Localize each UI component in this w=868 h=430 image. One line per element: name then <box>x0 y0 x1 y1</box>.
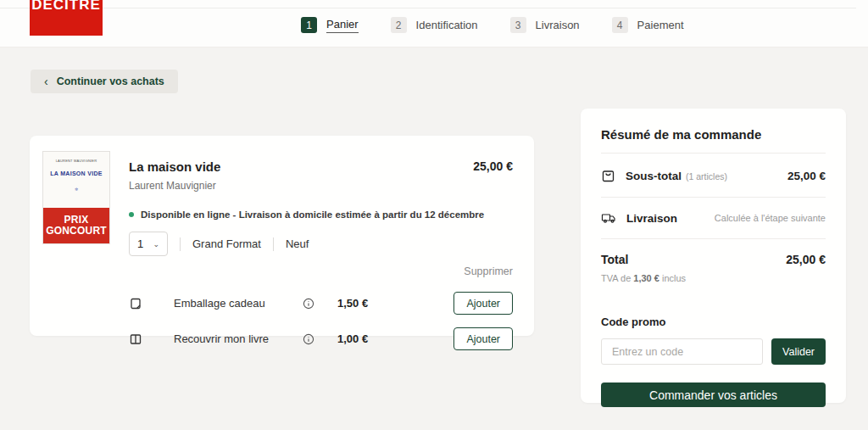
logo-text: DECITRE <box>31 0 101 36</box>
step-label: Paiement <box>637 19 684 31</box>
shipping-note: Calculée à l'étape suivante <box>715 213 826 223</box>
item-price: 25,00 € <box>473 159 513 174</box>
summary-title: Résumé de ma commande <box>601 127 826 142</box>
info-icon[interactable] <box>303 333 314 345</box>
availability-status: Disponible en ligne - Livraison à domici… <box>129 209 513 220</box>
info-icon[interactable] <box>303 298 314 310</box>
total-row: Total 25,00 € <box>601 253 826 266</box>
header-divider <box>0 8 856 8</box>
checkout-stepper: 1 Panier 2 Identification 3 Livraison 4 … <box>301 17 684 33</box>
checkout-button[interactable]: Commander vos articles <box>601 383 826 407</box>
promo-code-label: Code promo <box>601 316 826 328</box>
decitre-logo[interactable]: DECITRE <box>30 0 103 36</box>
continue-shopping-button[interactable]: ‹ Continuer vos achats <box>31 70 178 93</box>
vat-note: TVA de 1,30 € inclus <box>601 273 826 283</box>
promo-validate-button[interactable]: Valider <box>771 338 826 365</box>
separator <box>180 237 181 251</box>
shopping-bag-icon <box>601 169 615 183</box>
addon-row-book-cover: Recouvrir mon livre 1,00 € Ajouter <box>129 327 513 350</box>
vat-suffix: inclus <box>662 273 686 283</box>
item-condition: Neuf <box>286 237 309 250</box>
book-cover-image[interactable]: LAURENT MAUVIGNIER LA MAISON VIDE ✻ PRIX… <box>42 151 110 244</box>
publisher-mark: ✻ <box>43 187 109 192</box>
quantity-value: 1 <box>137 237 143 250</box>
cover-title-text: LA MAISON VIDE <box>43 170 109 176</box>
availability-text: Disponible en ligne - Livraison à domici… <box>141 209 484 220</box>
step-label: Identification <box>416 19 478 31</box>
total-value: 25,00 € <box>786 253 826 266</box>
step-panier[interactable]: 1 Panier <box>301 17 359 33</box>
step-paiement[interactable]: 4 Paiement <box>612 17 684 33</box>
chevron-left-icon: ‹ <box>44 75 48 88</box>
continue-shopping-label: Continuer vos achats <box>57 75 164 87</box>
availability-dot-icon <box>129 212 134 217</box>
add-book-cover-button[interactable]: Ajouter <box>453 327 513 350</box>
step-livraison[interactable]: 3 Livraison <box>510 17 580 33</box>
step-identification[interactable]: 2 Identification <box>391 17 478 33</box>
gift-wrap-icon <box>129 297 146 310</box>
divider <box>601 153 826 154</box>
add-gift-wrap-button[interactable]: Ajouter <box>453 292 513 315</box>
banner-line-2: GONCOURT <box>46 226 107 237</box>
shipping-row: Livraison Calculée à l'étape suivante <box>601 211 826 225</box>
addon-price: 1,50 € <box>337 297 388 310</box>
item-format: Grand Format <box>192 237 261 250</box>
addon-price: 1,00 € <box>337 332 388 345</box>
step-number-badge: 3 <box>510 17 526 33</box>
step-number-badge: 4 <box>612 17 628 33</box>
subtotal-count: (1 articles) <box>686 171 727 181</box>
book-cover-top: LAURENT MAUVIGNIER LA MAISON VIDE ✻ <box>43 152 109 208</box>
promo-code-input[interactable] <box>601 338 763 365</box>
subtotal-value: 25,00 € <box>787 170 826 182</box>
divider <box>601 238 826 239</box>
shipping-label: Livraison <box>626 212 677 225</box>
delivery-truck-icon <box>601 211 616 225</box>
prix-goncourt-banner: PRIX GONCOURT <box>43 208 109 243</box>
separator <box>273 237 274 251</box>
item-author: Laurent Mauvignier <box>129 180 513 192</box>
subtotal-label: Sous-total <box>626 170 682 182</box>
addon-label: Emballage cadeau <box>174 297 303 310</box>
promo-code-row: Valider <box>601 338 826 365</box>
cart-item-card: LAURENT MAUVIGNIER LA MAISON VIDE ✻ PRIX… <box>30 136 534 336</box>
subtotal-row: Sous-total (1 articles) 25,00 € <box>601 169 826 183</box>
cart-item-details: La maison vide 25,00 € Laurent Mauvignie… <box>129 136 513 350</box>
step-number-badge: 2 <box>391 17 407 33</box>
vat-prefix: TVA de <box>601 273 631 283</box>
remove-item-link[interactable]: Supprimer <box>464 265 513 277</box>
addon-label: Recouvrir mon livre <box>174 332 303 345</box>
item-meta-row: 1 ⌄ Grand Format Neuf <box>129 232 513 256</box>
step-number-badge: 1 <box>301 17 317 33</box>
chevron-down-icon: ⌄ <box>153 240 159 249</box>
order-summary-panel: Résumé de ma commande Sous-total (1 arti… <box>581 109 846 403</box>
step-label: Livraison <box>536 19 580 31</box>
vat-amount: 1,30 € <box>633 273 659 283</box>
addon-row-gift-wrap: Emballage cadeau 1,50 € Ajouter <box>129 292 513 315</box>
step-label: Panier <box>326 18 359 33</box>
item-title-link[interactable]: La maison vide <box>129 159 220 174</box>
divider <box>601 197 826 198</box>
cover-author-text: LAURENT MAUVIGNIER <box>43 159 109 163</box>
quantity-select[interactable]: 1 ⌄ <box>129 232 168 256</box>
book-cover-icon <box>129 332 146 346</box>
total-label: Total <box>601 253 628 266</box>
